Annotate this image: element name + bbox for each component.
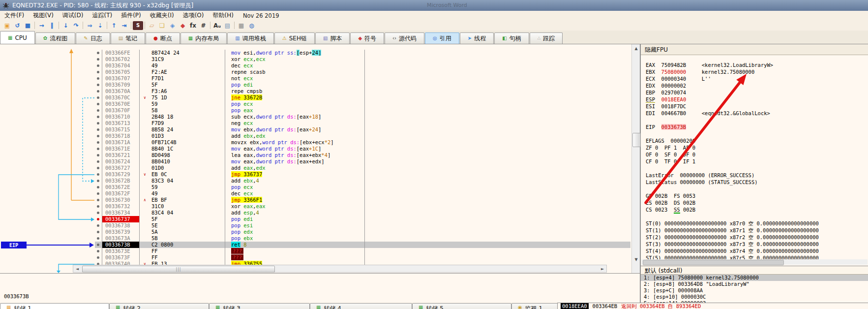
breakpoint-gutter[interactable] xyxy=(95,152,102,158)
restart-icon[interactable]: ↺ xyxy=(12,21,23,30)
instruction-address[interactable]: 0033673A xyxy=(102,235,140,242)
disasm-row[interactable]: 003367395Apop edx xyxy=(95,229,630,235)
breakpoint-gutter[interactable] xyxy=(95,94,102,101)
register-line[interactable]: EIP 0033673B xyxy=(646,124,868,130)
breakpoint-gutter[interactable] xyxy=(95,203,102,210)
disasm-row[interactable]: 0033671801D3add ebx,edx xyxy=(95,133,630,139)
gutter-dot-icon[interactable] xyxy=(97,148,99,150)
instruction-bytes[interactable]: 5A xyxy=(140,229,225,235)
instruction-bytes[interactable]: ∧EB BF xyxy=(140,197,225,203)
step-over-icon[interactable]: ↷ xyxy=(71,21,81,30)
gutter-dot-icon[interactable] xyxy=(97,250,99,252)
instruction-text[interactable]: pop edx xyxy=(225,229,365,235)
instruction-text[interactable]: pop ecx xyxy=(225,184,365,190)
scroll-thumb[interactable]: ||| xyxy=(82,266,275,273)
instruction-address[interactable]: 00336729 xyxy=(102,171,140,178)
breakpoint-gutter[interactable] xyxy=(95,222,102,229)
gutter-dot-icon[interactable] xyxy=(97,128,99,131)
comments-icon[interactable]: ❏ xyxy=(157,21,167,30)
instruction-text[interactable]: not ecx xyxy=(225,75,365,82)
registers-horizontal-scrollbar[interactable] xyxy=(641,259,868,265)
breakpoint-gutter[interactable] xyxy=(95,178,102,184)
scroll-left-button[interactable]: ◄ xyxy=(73,265,81,272)
breakpoint-gutter[interactable] xyxy=(95,158,102,165)
instruction-text[interactable]: add esp,4 xyxy=(225,210,365,216)
breakpoint-gutter[interactable] xyxy=(95,184,102,190)
menu-追踪T[interactable]: 追踪(T) xyxy=(88,11,117,20)
instruction-address[interactable]: 0033672E xyxy=(102,184,140,190)
tab-转储 4[interactable]: ▦转储 4 xyxy=(310,303,412,309)
instruction-bytes[interactable]: 31C9 xyxy=(140,56,225,62)
disasm-row[interactable]: 0033673FFF??? xyxy=(95,254,630,261)
instruction-bytes[interactable]: 8D0498 xyxy=(140,152,225,158)
breakpoint-gutter[interactable] xyxy=(95,50,102,56)
seh-icon[interactable]: S xyxy=(133,21,143,30)
run-to-user-code-icon[interactable]: ⇥ xyxy=(119,21,129,30)
instruction-bytes[interactable]: 8B7424 24 xyxy=(140,50,225,56)
instruction-address[interactable]: 00336704 xyxy=(102,62,140,69)
disasm-row[interactable]: 0033673EFF??? xyxy=(95,248,630,254)
argument-row[interactable]: 4: [esp+10] 0000030C xyxy=(641,294,868,300)
breakpoint-gutter[interactable] xyxy=(95,101,102,107)
gutter-dot-icon[interactable] xyxy=(97,173,99,176)
disasm-row[interactable]: 0033673483C4 04add esp,4 xyxy=(95,210,630,216)
instruction-bytes[interactable]: FF xyxy=(140,248,225,254)
register-line[interactable]: ST(3) 00000000000000000000 x87r3 空 0.000… xyxy=(646,241,868,247)
register-line[interactable]: EDX 00000002 xyxy=(646,82,868,89)
instruction-address[interactable]: 00336721 xyxy=(102,152,140,158)
instruction-bytes[interactable]: 49 xyxy=(140,62,225,69)
instruction-address[interactable]: 0033670E xyxy=(102,101,140,107)
gutter-dot-icon[interactable] xyxy=(97,224,99,227)
instruction-text[interactable]: add ebx,4 xyxy=(225,178,365,184)
disasm-row[interactable]: 003367095Fpop edi xyxy=(95,82,630,88)
tab-调用堆栈[interactable]: ▥调用堆栈 xyxy=(227,32,273,44)
breakpoint-gutter[interactable] xyxy=(95,254,102,261)
gutter-dot-icon[interactable] xyxy=(97,52,99,54)
menu-调试D[interactable]: 调试(D) xyxy=(58,11,88,20)
tab-内存布局[interactable]: ▦内存布局 xyxy=(180,32,227,44)
disasm-row[interactable]: 0033670449dec ecx xyxy=(95,62,630,69)
scroll-thumb[interactable] xyxy=(632,133,641,147)
instruction-address[interactable]: 00336738 xyxy=(102,222,140,229)
menu-收藏夹I[interactable]: 收藏夹(I) xyxy=(146,11,179,20)
instruction-bytes[interactable]: 01D0 xyxy=(140,165,225,171)
register-line[interactable]: ES 002B DS 002B xyxy=(646,199,868,206)
register-line[interactable]: LastError 00000000 (ERROR_SUCCESS) xyxy=(646,172,868,179)
instruction-text[interactable]: mov eax,dword ptr ds:[eax+edx] xyxy=(225,158,365,165)
gutter-dot-icon[interactable] xyxy=(97,237,99,240)
register-line[interactable]: CS 0023 SS 002B xyxy=(646,206,868,213)
register-line[interactable]: ESP 0018EEA0 xyxy=(646,96,868,103)
instruction-address[interactable]: 0033672F xyxy=(102,190,140,197)
breakpoint-gutter[interactable] xyxy=(95,171,102,178)
gutter-dot-icon[interactable] xyxy=(97,141,99,144)
instruction-bytes[interactable]: 31C0 xyxy=(140,203,225,210)
disassembly-rows[interactable]: 003366FE8B7424 24mov esi,dword ptr ss:[e… xyxy=(95,44,630,273)
instruction-bytes[interactable]: 49 xyxy=(140,190,225,197)
disasm-row[interactable]: 00336729∨EB 0Cjmp 336737 xyxy=(95,171,630,178)
instruction-text[interactable]: sub ecx,dword ptr ds:[eax+18] xyxy=(225,114,365,120)
instruction-address[interactable]: 0033673B xyxy=(102,242,140,248)
instruction-address[interactable]: 00336730 xyxy=(102,197,140,203)
animate-into-icon[interactable]: ⇣ xyxy=(95,21,105,30)
instruction-address[interactable]: 00336724 xyxy=(102,158,140,165)
breakpoint-dot-icon[interactable] xyxy=(97,218,99,220)
gutter-dot-icon[interactable] xyxy=(97,84,99,86)
disasm-row[interactable]: 003367158B58 24mov ebx,dword ptr ds:[eax… xyxy=(95,126,630,133)
tab-断点[interactable]: ●断点 xyxy=(146,32,180,44)
breakpoint-gutter[interactable] xyxy=(95,69,102,75)
gutter-dot-icon[interactable] xyxy=(97,180,99,182)
menu-插件P[interactable]: 插件(P) xyxy=(117,11,146,20)
register-line[interactable]: EBP 02970074 xyxy=(646,89,868,96)
gutter-dot-icon[interactable] xyxy=(97,231,99,233)
breakpoint-gutter[interactable] xyxy=(95,235,102,242)
register-line[interactable]: EFLAGS 00000206 xyxy=(646,137,868,144)
breakpoint-gutter[interactable] xyxy=(95,216,102,222)
tab-线程[interactable]: ➤线程 xyxy=(460,32,494,44)
disasm-row[interactable]: 00336713F7D9neg ecx xyxy=(95,120,630,126)
tab-转储 5[interactable]: ▦转储 5 xyxy=(412,303,511,309)
disasm-row[interactable]: 003367385Epop esi xyxy=(95,222,630,229)
tab-转储 2[interactable]: ▦转储 2 xyxy=(109,303,209,309)
tab-源代码[interactable]: ‹›源代码 xyxy=(385,32,424,44)
instruction-bytes[interactable]: 5B xyxy=(140,235,225,242)
stack-value[interactable]: 003364EB xyxy=(589,303,622,309)
